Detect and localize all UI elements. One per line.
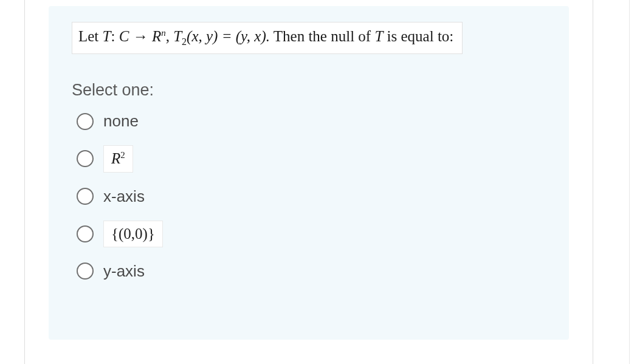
- math-T: T: [103, 28, 111, 44]
- question-panel: Let T: C → Rn, T2(x, y) = (y, x). Then t…: [49, 6, 569, 340]
- math-arrow: →: [129, 28, 152, 44]
- option-row-r2[interactable]: R2: [77, 145, 546, 172]
- math-R: R: [152, 28, 161, 44]
- side-rule: [629, 0, 630, 364]
- math-colon: :: [111, 28, 119, 44]
- option-label: none: [103, 112, 139, 131]
- radio-button[interactable]: [77, 188, 94, 205]
- radio-button[interactable]: [77, 150, 94, 167]
- radio-button[interactable]: [77, 225, 94, 242]
- math-T2: T: [173, 28, 182, 44]
- option-math-sup: 2: [120, 150, 125, 160]
- option-math-R: R: [111, 151, 120, 167]
- math-comma: ,: [166, 28, 174, 44]
- math-T-end: T: [374, 28, 383, 44]
- options-list: none R2 x-axis {(0,0)} y-axis: [72, 112, 546, 280]
- option-label: y-axis: [103, 262, 145, 281]
- question-suffix: Then the null of: [270, 28, 374, 44]
- option-row-yaxis[interactable]: y-axis: [77, 262, 546, 281]
- math-args: (x, y) = (y, x).: [187, 28, 270, 44]
- option-label-box: R2: [103, 145, 133, 172]
- option-row-origin[interactable]: {(0,0)}: [77, 221, 546, 247]
- option-row-xaxis[interactable]: x-axis: [77, 187, 546, 206]
- question-prefix: Let: [78, 28, 103, 44]
- radio-button[interactable]: [77, 113, 94, 130]
- question-text: Let T: C → Rn, T2(x, y) = (y, x). Then t…: [78, 28, 453, 44]
- question-stem-box: Let T: C → Rn, T2(x, y) = (y, x). Then t…: [72, 22, 463, 54]
- question-suffix2: is equal to:: [383, 28, 453, 44]
- math-sup-n: n: [161, 28, 166, 38]
- option-label-box: {(0,0)}: [103, 221, 163, 247]
- option-row-none[interactable]: none: [77, 112, 546, 131]
- math-C: C: [119, 28, 129, 44]
- math-sub-2: 2: [182, 36, 187, 47]
- radio-button[interactable]: [77, 263, 94, 280]
- option-label: x-axis: [103, 187, 145, 206]
- select-prompt: Select one:: [72, 81, 546, 100]
